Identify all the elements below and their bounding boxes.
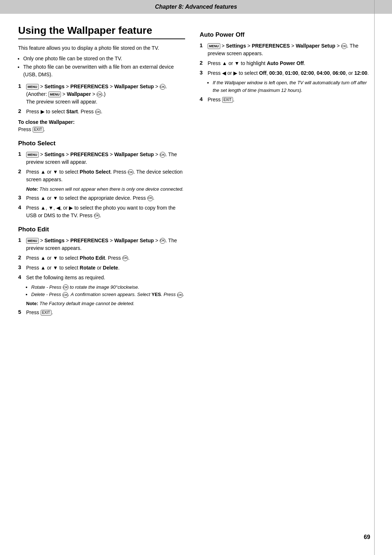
step-text-ps2: Press ▲ or ▼ to select Photo Select. Pre… bbox=[26, 168, 185, 183]
step-num-apo2: 2 bbox=[200, 60, 208, 66]
ok-icon-rotate: OK bbox=[63, 284, 69, 290]
step-text-2: Press ▶ to select Start. Press OK. bbox=[26, 108, 185, 116]
ok-icon-3: OK bbox=[95, 109, 101, 115]
step-text-pe2: Press ▲ or ▼ to select Photo Edit. Press… bbox=[26, 254, 185, 262]
ok-icon-yes: OK bbox=[177, 292, 183, 298]
bullet-item: The photo file can be overwritten with a… bbox=[23, 63, 185, 78]
bullet-list: Only one photo file can be stored on the… bbox=[18, 55, 185, 78]
photo-select-step-4: 4 Press ▲, ▼, ◀, or ▶ to select the phot… bbox=[18, 204, 185, 219]
step-num-2: 2 bbox=[18, 108, 26, 114]
step-num-pe4: 4 bbox=[18, 274, 26, 280]
ok-icon-apo1: OK bbox=[341, 43, 347, 49]
step-num-apo1: 1 bbox=[200, 42, 208, 48]
main-steps-section: 1 MENU > Settings > PREFERENCES > Wallpa… bbox=[18, 83, 185, 133]
step-text-ps4: Press ▲, ▼, ◀, or ▶ to select the photo … bbox=[26, 204, 185, 219]
photo-edit-note: Note: The Factory default image cannot b… bbox=[26, 300, 185, 307]
ok-icon-ps3: OK bbox=[147, 195, 153, 201]
intro-text: This feature allows you to display a pho… bbox=[18, 44, 185, 52]
chapter-label: Chapter 8: Advanced features bbox=[155, 4, 237, 10]
page-container: Chapter 8: Advanced features Using the W… bbox=[0, 0, 392, 555]
ok-icon-ps2: OK bbox=[128, 169, 134, 175]
apo-note-bullets: If the Wallpaper window is left open, th… bbox=[208, 79, 374, 94]
ok-icon: OK bbox=[160, 84, 166, 90]
step-1: 1 MENU > Settings > PREFERENCES > Wallpa… bbox=[18, 83, 185, 106]
photo-edit-step-1: 1 MENU > Settings > PREFERENCES > Wallpa… bbox=[18, 237, 185, 252]
step-num-pe2: 2 bbox=[18, 254, 26, 260]
photo-select-header: Photo Select bbox=[18, 140, 185, 147]
photo-select-step-3: 3 Press ▲ or ▼ to select the appropriate… bbox=[18, 194, 185, 202]
menu-icon: MENU bbox=[26, 84, 39, 90]
photo-edit-sub-bullets: Rotate - Press OK to rotate the image 90… bbox=[26, 284, 185, 299]
photo-select-step-1: 1 MENU > Settings > PREFERENCES > Wallpa… bbox=[18, 151, 185, 166]
exit-icon-pe: EXIT bbox=[41, 310, 52, 316]
step-num-ps1: 1 bbox=[18, 151, 26, 157]
step-num-ps2: 2 bbox=[18, 168, 26, 174]
close-wallpaper-label: To close the Wallpaper: bbox=[18, 119, 185, 125]
step-text-pe3: Press ▲ or ▼ to select Rotate or Delete. bbox=[26, 264, 185, 272]
apo-step-3: 3 Press ◀ or ▶ to select Off, 00:30, 01:… bbox=[200, 69, 374, 77]
right-column: Auto Power Off 1 MENU > Settings > PREFE… bbox=[200, 25, 374, 321]
step-num-apo4: 4 bbox=[200, 96, 208, 102]
ok-icon-delete: OK bbox=[62, 292, 68, 298]
auto-power-off-steps: 1 MENU > Settings > PREFERENCES > Wallpa… bbox=[200, 42, 374, 104]
photo-select-steps: 1 MENU > Settings > PREFERENCES > Wallpa… bbox=[18, 151, 185, 219]
photo-edit-step-4: 4 Set the following items as required. bbox=[18, 274, 185, 281]
ok-icon-pe2: OK bbox=[122, 255, 128, 261]
bullet-item: Only one photo file can be stored on the… bbox=[23, 55, 185, 62]
ok-icon-2: OK bbox=[97, 92, 102, 97]
exit-icon-apo: EXIT bbox=[222, 97, 233, 103]
content-area: Using the Wallpaper feature This feature… bbox=[0, 25, 392, 321]
auto-power-off-header: Auto Power Off bbox=[200, 31, 374, 39]
close-wallpaper-text: Press EXIT. bbox=[18, 126, 185, 133]
ok-icon-pe1: OK bbox=[160, 238, 166, 244]
step-num-ps3: 3 bbox=[18, 194, 26, 200]
apo-note-item: If the Wallpaper window is left open, th… bbox=[213, 79, 374, 94]
photo-edit-step-2: 2 Press ▲ or ▼ to select Photo Edit. Pre… bbox=[18, 254, 185, 262]
photo-edit-step-3: 3 Press ▲ or ▼ to select Rotate or Delet… bbox=[18, 264, 185, 272]
step-text-ps3: Press ▲ or ▼ to select the appropriate d… bbox=[26, 194, 185, 202]
step-num-pe1: 1 bbox=[18, 237, 26, 243]
photo-edit-steps: 1 MENU > Settings > PREFERENCES > Wallpa… bbox=[18, 237, 185, 316]
menu-icon-ps1: MENU bbox=[26, 152, 39, 158]
step-num-1: 1 bbox=[18, 83, 26, 89]
menu-icon-apo1: MENU bbox=[208, 43, 220, 49]
photo-edit-step-5: 5 Press EXIT. bbox=[18, 309, 185, 316]
right-border-line bbox=[374, 0, 375, 555]
step-text-ps1: MENU > Settings > PREFERENCES > Wallpape… bbox=[26, 151, 185, 166]
exit-icon: EXIT bbox=[33, 127, 44, 133]
delete-bullet: Delete - Press OK. A confirmation screen… bbox=[31, 291, 185, 299]
ok-icon-ps4: OK bbox=[94, 213, 100, 219]
photo-edit-header: Photo Edit bbox=[18, 226, 185, 233]
step-text-pe4: Set the following items as required. bbox=[26, 274, 185, 281]
left-column: Using the Wallpaper feature This feature… bbox=[18, 25, 185, 321]
rotate-bullet: Rotate - Press OK to rotate the image 90… bbox=[31, 284, 185, 291]
step-text-apo3: Press ◀ or ▶ to select Off, 00:30, 01:00… bbox=[208, 69, 374, 77]
step-2: 2 Press ▶ to select Start. Press OK. bbox=[18, 108, 185, 116]
menu-icon-2: MENU bbox=[48, 92, 61, 97]
apo-step-2: 2 Press ▲ or ▼ to highlight Auto Power O… bbox=[200, 60, 374, 67]
step-text-apo4: Press EXIT. bbox=[208, 96, 374, 104]
ok-icon-ps1: OK bbox=[160, 152, 166, 158]
step-num-ps4: 4 bbox=[18, 204, 26, 210]
chapter-bar: Chapter 8: Advanced features bbox=[0, 0, 392, 14]
step-num-pe5: 5 bbox=[18, 309, 26, 315]
step-text-pe5: Press EXIT. bbox=[26, 309, 185, 316]
photo-select-note: Note: This screen will not appear when t… bbox=[26, 186, 185, 193]
step-text-pe1: MENU > Settings > PREFERENCES > Wallpape… bbox=[26, 237, 185, 252]
step-text-apo2: Press ▲ or ▼ to highlight Auto Power Off… bbox=[208, 60, 374, 67]
step-text-apo1: MENU > Settings > PREFERENCES > Wallpape… bbox=[208, 42, 374, 57]
step-num-apo3: 3 bbox=[200, 69, 208, 76]
menu-icon-pe1: MENU bbox=[26, 238, 39, 244]
page-title: Using the Wallpaper feature bbox=[18, 25, 185, 39]
apo-step-4: 4 Press EXIT. bbox=[200, 96, 374, 104]
page-number: 69 bbox=[364, 534, 370, 540]
step-text-1: MENU > Settings > PREFERENCES > Wallpape… bbox=[26, 83, 185, 106]
photo-select-step-2: 2 Press ▲ or ▼ to select Photo Select. P… bbox=[18, 168, 185, 183]
apo-step-1: 1 MENU > Settings > PREFERENCES > Wallpa… bbox=[200, 42, 374, 57]
step-num-pe3: 3 bbox=[18, 264, 26, 270]
